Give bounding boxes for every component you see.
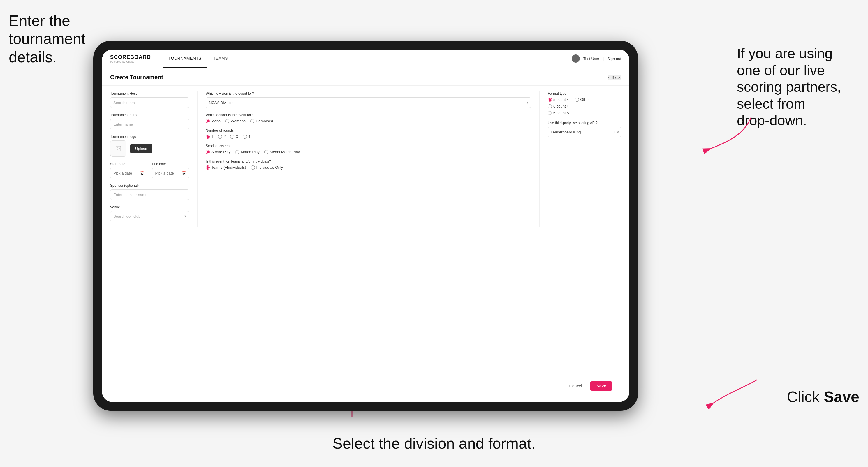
format-other-item[interactable]: Other: [575, 97, 590, 102]
logo-placeholder: [110, 141, 126, 157]
tab-teams[interactable]: TEAMS: [207, 50, 234, 68]
rounds-3-radio[interactable]: [230, 134, 234, 139]
scoring-stroke-item[interactable]: Stroke Play: [206, 150, 230, 154]
gender-combined-item[interactable]: Combined: [250, 119, 273, 123]
sponsor-input[interactable]: [110, 189, 189, 200]
event-teams-item[interactable]: Teams (+Individuals): [206, 165, 246, 169]
tournament-name-label: Tournament name: [110, 113, 189, 117]
rounds-2-label: 2: [223, 134, 225, 139]
event-for-radio-group: Teams (+Individuals) Individuals Only: [206, 165, 531, 169]
scoring-medal-radio[interactable]: [264, 150, 268, 154]
sponsor-group: Sponsor (optional): [110, 184, 189, 200]
brand-logo: SCOREBOARD Powered by Clippt: [110, 54, 151, 63]
annotation-top-left: Enter the tournament details.: [9, 12, 85, 66]
format-other-radio[interactable]: [575, 98, 579, 102]
live-scoring-clear-icon[interactable]: ×: [617, 129, 619, 134]
rounds-4-item[interactable]: 4: [243, 134, 250, 139]
gender-womens-radio[interactable]: [225, 119, 229, 123]
format-5count4-label: 5 count 4: [553, 97, 569, 102]
tournament-host-input[interactable]: [110, 97, 189, 108]
cancel-button[interactable]: Cancel: [565, 381, 587, 391]
tab-tournaments[interactable]: TOURNAMENTS: [163, 50, 207, 68]
date-row: Start date 📅 End date 📅: [110, 162, 189, 178]
user-name: Test User: [583, 57, 599, 61]
format-type-label: Format type: [548, 91, 621, 96]
navbar: SCOREBOARD Powered by Clippt TOURNAMENTS…: [102, 50, 629, 68]
form-body: Tournament Host Tournament name Tourname…: [102, 86, 629, 232]
gender-womens-item[interactable]: Womens: [225, 119, 246, 123]
gender-combined-label: Combined: [256, 119, 273, 123]
format-5count4-item[interactable]: 5 count 4: [548, 97, 569, 102]
rounds-4-radio[interactable]: [243, 134, 247, 139]
rounds-3-item[interactable]: 3: [230, 134, 238, 139]
form-col-left: Tournament Host Tournament name Tourname…: [110, 91, 197, 227]
format-6count4-item[interactable]: 6 count 4: [548, 104, 569, 108]
gender-radio-group: Mens Womens Combined: [206, 119, 531, 123]
event-teams-label: Teams (+Individuals): [211, 165, 246, 169]
start-date-input[interactable]: [110, 168, 148, 178]
format-type-inner: 5 count 4 6 count 4 6 count 5: [548, 97, 621, 115]
form-col-middle: Which division is the event for? NCAA Di…: [197, 91, 539, 227]
rounds-2-radio[interactable]: [218, 134, 222, 139]
division-select-wrapper: NCAA Division I NCAA Division II NAIA NJ…: [206, 97, 531, 108]
brand-title: SCOREBOARD: [110, 54, 151, 60]
live-scoring-group: Use third-party live scoring API? Leader…: [548, 121, 621, 137]
gender-mens-radio[interactable]: [206, 119, 210, 123]
gender-combined-radio[interactable]: [250, 119, 254, 123]
rounds-4-label: 4: [248, 134, 250, 139]
end-date-group: End date 📅: [152, 162, 189, 178]
brand-subtitle: Powered by Clippt: [110, 60, 151, 63]
sign-out-link[interactable]: Sign out: [607, 57, 621, 61]
event-for-group: Is this event for Teams and/or Individua…: [206, 159, 531, 169]
division-select[interactable]: NCAA Division I NCAA Division II NAIA NJ…: [206, 97, 531, 108]
format-other-label: Other: [581, 97, 590, 102]
main-content: Create Tournament < Back Tournament Host…: [102, 68, 629, 402]
scoring-match-radio[interactable]: [235, 150, 239, 154]
nav-right: Test User | Sign out: [572, 55, 621, 63]
rounds-1-radio[interactable]: [206, 134, 210, 139]
format-6count4-radio[interactable]: [548, 104, 552, 108]
scoring-match-label: Match Play: [241, 150, 259, 154]
rounds-2-item[interactable]: 2: [218, 134, 225, 139]
event-individuals-radio[interactable]: [251, 165, 255, 169]
format-5count4-radio[interactable]: [548, 98, 552, 102]
format-6count5-item[interactable]: 6 count 5: [548, 111, 569, 115]
annotation-bottom-center: Select the division and format.: [333, 434, 535, 453]
rounds-1-label: 1: [211, 134, 213, 139]
format-col-2: Other: [575, 97, 590, 115]
svg-point-6: [117, 147, 118, 148]
format-6count5-radio[interactable]: [548, 111, 552, 115]
scoring-medal-item[interactable]: Medal Match Play: [264, 150, 300, 154]
format-6count4-label: 6 count 4: [553, 104, 569, 108]
gender-group: Which gender is the event for? Mens Wome…: [206, 113, 531, 123]
event-individuals-item[interactable]: Individuals Only: [251, 165, 283, 169]
scoring-label: Scoring system: [206, 144, 531, 148]
tournament-host-group: Tournament Host: [110, 91, 189, 108]
gender-womens-label: Womens: [231, 119, 246, 123]
rounds-1-item[interactable]: 1: [206, 134, 213, 139]
tournament-host-label: Tournament Host: [110, 91, 189, 96]
start-date-group: Start date 📅: [110, 162, 148, 178]
save-button[interactable]: Save: [590, 381, 613, 391]
rounds-label: Number of rounds: [206, 128, 531, 132]
back-button[interactable]: < Back: [608, 74, 621, 81]
end-date-input[interactable]: [152, 168, 189, 178]
rounds-3-label: 3: [236, 134, 238, 139]
tournament-name-input[interactable]: [110, 119, 189, 129]
rounds-radio-group: 1 2 3 4: [206, 134, 531, 139]
gender-label: Which gender is the event for?: [206, 113, 531, 117]
tablet-screen: SCOREBOARD Powered by Clippt TOURNAMENTS…: [102, 50, 629, 402]
scoring-match-item[interactable]: Match Play: [235, 150, 259, 154]
format-type-group: Format type 5 count 4 6 count 4: [548, 91, 621, 115]
scoring-group: Scoring system Stroke Play Match Play: [206, 144, 531, 154]
venue-input[interactable]: [110, 211, 189, 221]
venue-group: Venue ▾: [110, 205, 189, 221]
tournament-name-group: Tournament name: [110, 113, 189, 129]
annotation-bottom-right: Click Save: [787, 388, 859, 406]
scoring-stroke-radio[interactable]: [206, 150, 210, 154]
event-teams-radio[interactable]: [206, 165, 210, 169]
live-scoring-input[interactable]: [548, 127, 621, 137]
rounds-group: Number of rounds 1 2: [206, 128, 531, 139]
gender-mens-item[interactable]: Mens: [206, 119, 221, 123]
upload-button[interactable]: Upload: [130, 144, 152, 153]
